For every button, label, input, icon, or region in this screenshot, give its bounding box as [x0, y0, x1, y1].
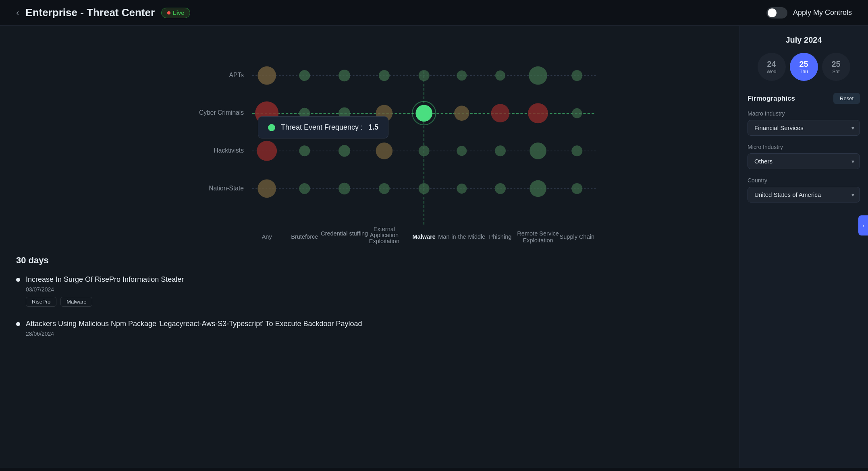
news-date-1: 03/07/2024	[26, 286, 184, 293]
news-bullet-1	[16, 278, 20, 282]
bubble-apts-remote[interactable]	[529, 66, 547, 85]
country-select-wrap: United States of America United Kingdom …	[748, 187, 860, 202]
y-label-cyber: Cyber Criminals	[199, 109, 244, 116]
news-list: Increase In Surge Of RisePro Information…	[16, 275, 723, 341]
bubble-apts-supply[interactable]	[571, 70, 582, 81]
bubble-matrix: APTs Cyber Criminals Hacktivists Nation-…	[16, 38, 723, 247]
bubble-nation-malware[interactable]	[419, 183, 430, 194]
matrix-svg: APTs Cyber Criminals Hacktivists Nation-…	[16, 38, 723, 247]
bubble-cyber-remote[interactable]	[528, 103, 548, 123]
bubble-nation-bruteforce[interactable]	[299, 183, 310, 194]
cal-day-24-num: 24	[767, 60, 776, 69]
cal-day-25-thu-name: Thu	[799, 69, 808, 74]
live-dot-icon	[167, 11, 170, 14]
firmographics-header: Firmographics Reset	[748, 93, 860, 104]
tooltip-value: 1.5	[368, 123, 378, 132]
x-label-phishing: Phishing	[489, 233, 512, 240]
macro-industry-select-wrap: Financial Services Technology Healthcare…	[748, 120, 860, 136]
back-button[interactable]: ‹	[16, 8, 19, 17]
cal-day-25-sat-name: Sat	[832, 69, 839, 74]
bubble-nation-credential[interactable]	[338, 183, 350, 194]
y-label-apts: APTs	[229, 72, 244, 78]
x-label-mitm: Man-in-the-Middle	[438, 233, 485, 240]
bubble-apts-malware[interactable]	[419, 70, 430, 81]
tag-malware[interactable]: Malware	[60, 297, 92, 307]
cal-day-25-thu-num: 25	[799, 60, 808, 69]
live-label: Live	[173, 10, 184, 16]
micro-industry-group: Micro Industry Others Banking Insurance …	[748, 144, 860, 169]
news-item-2: Attackers Using Malicious Npm Package 'L…	[16, 320, 723, 341]
country-label: Country	[748, 177, 860, 184]
bubble-apts-phishing[interactable]	[495, 70, 505, 81]
country-group: Country United States of America United …	[748, 177, 860, 202]
right-edge-button[interactable]: ›	[858, 215, 868, 236]
news-tags-1: RisePro Malware	[26, 297, 184, 307]
news-content-1: Increase In Surge Of RisePro Information…	[26, 275, 184, 307]
y-label-hacktivists: Hacktivists	[214, 147, 244, 154]
x-label-malware: Malware	[412, 233, 435, 240]
bubble-hack-remote[interactable]	[530, 143, 546, 159]
x-label-bruteforce: Bruteforce	[291, 233, 318, 240]
bubble-cyber-mitm[interactable]	[454, 105, 469, 120]
sidebar: July 2024 24 Wed 25 Thu 25 Sat Firmograp…	[739, 26, 868, 468]
bubble-nation-supply[interactable]	[571, 183, 582, 194]
bubble-hack-bruteforce[interactable]	[299, 145, 310, 156]
x-label-remote: Remote Service	[517, 230, 559, 237]
y-label-nation: Nation-State	[209, 185, 244, 192]
macro-industry-group: Macro Industry Financial Services Techno…	[748, 110, 860, 136]
bubble-hack-supply[interactable]	[571, 145, 582, 156]
bubble-nation-mitm[interactable]	[457, 184, 467, 194]
bubble-cyber-phishing[interactable]	[491, 104, 510, 122]
x-label-credential: Credential stuffing	[321, 230, 368, 237]
header-left: ‹ Enterprise - Threat Center Live	[16, 6, 190, 19]
bubble-hack-any[interactable]	[257, 141, 277, 161]
bubble-cyber-supply[interactable]	[572, 108, 582, 118]
bubble-nation-any[interactable]	[257, 180, 276, 198]
country-select[interactable]: United States of America United Kingdom …	[748, 187, 860, 202]
micro-industry-select-wrap: Others Banking Insurance Asset Managemen…	[748, 153, 860, 169]
reset-button[interactable]: Reset	[833, 93, 860, 104]
cal-day-25-sat[interactable]: 25 Sat	[822, 53, 850, 81]
chart-area: APTs Cyber Criminals Hacktivists Nation-…	[0, 26, 739, 468]
macro-industry-select[interactable]: Financial Services Technology Healthcare…	[748, 120, 860, 136]
news-title-2: Attackers Using Malicious Npm Package 'L…	[26, 320, 362, 328]
bubble-cyber-malware-active[interactable]	[415, 105, 432, 122]
cal-day-25-thu[interactable]: 25 Thu	[790, 53, 818, 81]
threat-tooltip: Threat Event Frequency : 1.5	[258, 116, 388, 138]
news-bullet-2	[16, 322, 20, 326]
bubble-hack-credential[interactable]	[338, 145, 350, 157]
micro-industry-label: Micro Industry	[748, 144, 860, 150]
news-item-1: Increase In Surge Of RisePro Information…	[16, 275, 723, 307]
bubble-nation-remote[interactable]	[530, 180, 546, 197]
bubble-apts-external[interactable]	[379, 70, 390, 81]
cal-day-24[interactable]: 24 Wed	[758, 53, 786, 81]
apply-controls-label: Apply My Controls	[793, 8, 852, 17]
bubble-apts-bruteforce[interactable]	[299, 70, 310, 81]
bubble-apts-any[interactable]	[257, 66, 276, 85]
header-right: Apply My Controls	[766, 7, 852, 19]
news-date-2: 28/06/2024	[26, 331, 362, 337]
firmographics-title: Firmographics	[748, 95, 795, 103]
apply-controls-toggle[interactable]	[766, 7, 787, 19]
calendar-days: 24 Wed 25 Thu 25 Sat	[748, 53, 860, 81]
bubble-hack-malware[interactable]	[419, 145, 430, 156]
tooltip-dot	[268, 124, 275, 131]
calendar-title: July 2024	[748, 35, 860, 45]
bubble-hack-external[interactable]	[376, 143, 393, 159]
bubble-nation-phishing[interactable]	[495, 183, 506, 194]
x-label-exploitation: Exploitation	[369, 238, 399, 244]
x-label-any: Any	[262, 233, 272, 240]
page-title: Enterprise - Threat Center	[25, 6, 155, 19]
bubble-apts-credential[interactable]	[338, 70, 350, 81]
x-label-exploitation2: Exploitation	[523, 237, 553, 244]
micro-industry-select[interactable]: Others Banking Insurance Asset Managemen…	[748, 153, 860, 169]
tag-risepro[interactable]: RisePro	[26, 297, 56, 307]
cal-day-24-name: Wed	[766, 69, 776, 74]
bubble-hack-mitm[interactable]	[457, 146, 467, 156]
tooltip-label: Threat Event Frequency :	[281, 123, 363, 132]
x-label-supply: Supply Chain	[560, 233, 595, 240]
bubble-apts-mitm[interactable]	[457, 70, 467, 81]
header: ‹ Enterprise - Threat Center Live Apply …	[0, 0, 868, 26]
bubble-nation-external[interactable]	[379, 183, 390, 194]
bubble-hack-phishing[interactable]	[495, 145, 506, 156]
